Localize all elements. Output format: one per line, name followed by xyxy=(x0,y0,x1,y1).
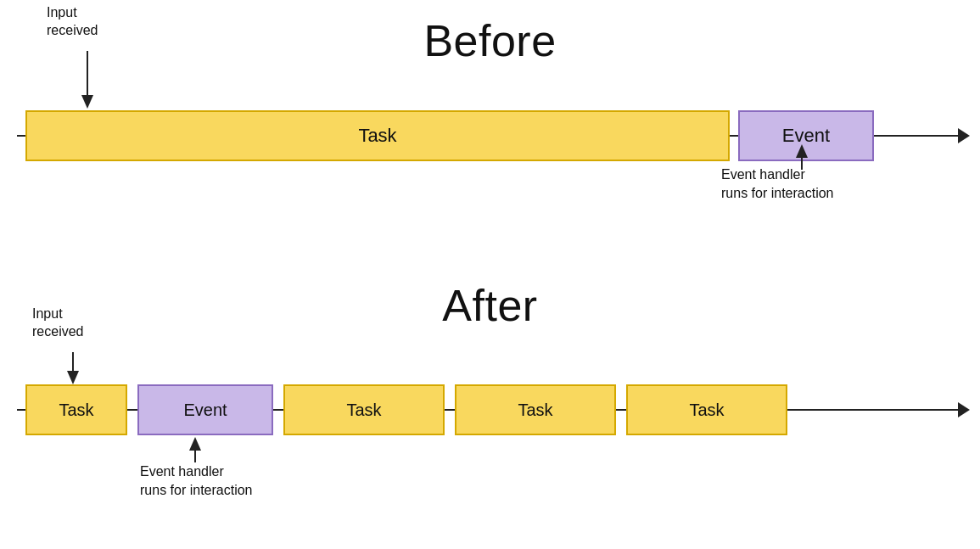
svg-marker-1 xyxy=(81,95,93,109)
after-event-box: Event xyxy=(137,384,273,435)
after-task4-box: Task xyxy=(626,384,787,435)
before-input-arrow xyxy=(79,51,96,112)
diagram-container: Before Inputreceived Task Event Event ha… xyxy=(0,0,980,549)
after-task2-box: Task xyxy=(283,384,445,435)
before-timeline-arrow xyxy=(958,128,970,143)
after-event-handler-arrow xyxy=(187,437,204,466)
svg-marker-7 xyxy=(189,437,201,451)
after-input-received-label: Inputreceived xyxy=(32,305,83,341)
svg-marker-5 xyxy=(67,371,79,384)
after-task3-box: Task xyxy=(455,384,616,435)
before-title: Before xyxy=(423,15,556,66)
after-timeline-arrow xyxy=(958,402,970,417)
after-input-arrow xyxy=(64,352,81,388)
after-task1-box: Task xyxy=(25,384,127,435)
after-title: After xyxy=(442,280,537,331)
before-input-received-label: Inputreceived xyxy=(47,4,98,40)
after-event-handler-label: Event handlerruns for interaction xyxy=(140,462,253,501)
svg-marker-3 xyxy=(796,144,808,158)
before-event-handler-label: Event handlerruns for interaction xyxy=(721,165,834,204)
before-task-box: Task xyxy=(25,110,730,161)
